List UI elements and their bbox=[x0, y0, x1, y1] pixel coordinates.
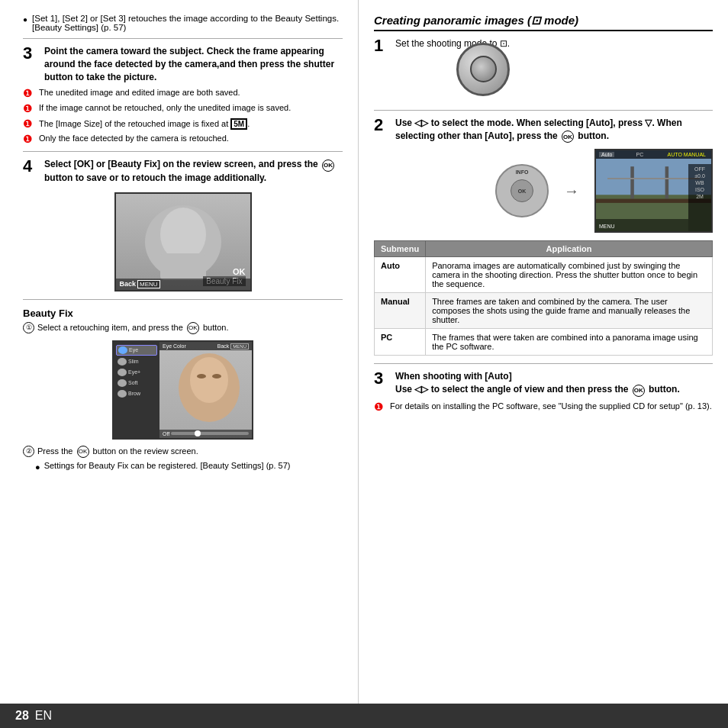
table-row-manual: Manual Three frames are taken and combin… bbox=[375, 293, 713, 329]
pano-divider-2 bbox=[374, 363, 713, 364]
beauty-off-label: Off bbox=[163, 431, 169, 436]
beauty-step2-text: Press the OK button on the review screen… bbox=[37, 446, 198, 458]
section-title: Creating panoramic images (⊡ mode) bbox=[374, 14, 713, 31]
en-label: EN bbox=[35, 709, 52, 723]
warning-icon-1: ❶ bbox=[23, 87, 35, 99]
beauty-fix-screen: Eye Slim Eye+ Soft Brow bbox=[112, 340, 253, 440]
beauty-top-bar: Eye Color Back MENU bbox=[159, 342, 252, 350]
divider-3 bbox=[23, 299, 343, 300]
pano-right-bar: OFF ±0.0 WB ISO 2M bbox=[688, 164, 711, 231]
divider-2 bbox=[23, 151, 343, 152]
mode-dial bbox=[456, 43, 510, 96]
pano-top-bar: Auto PC AUTO MANUAL bbox=[596, 150, 711, 159]
pano-step-1-row: 1 Set the shooting mode to ⊡. bbox=[374, 37, 713, 104]
brow-icon bbox=[118, 390, 127, 398]
warning-4-text: Only the face detected by the camera is … bbox=[39, 134, 229, 143]
pano-divider-1 bbox=[374, 110, 713, 111]
review-face-image: OK Beauty Fix bbox=[116, 194, 250, 290]
step-4-number: 4 bbox=[23, 158, 38, 175]
warning-4: ❶ Only the face detected by the camera i… bbox=[23, 134, 343, 145]
pano-screen-area: OK INFO → Aut bbox=[374, 149, 713, 233]
table-header-application: Application bbox=[426, 241, 713, 257]
bullet-dot: ● bbox=[23, 15, 27, 24]
page-number: 28 bbox=[15, 709, 29, 723]
svg-rect-9 bbox=[630, 166, 634, 198]
beauty-top-left-text: Eye Color bbox=[163, 343, 186, 349]
beauty-sub-bullet-text: Settings for Beauty Fix can be registere… bbox=[44, 461, 291, 470]
ok-text: OK bbox=[518, 188, 527, 194]
pano-warning: ❶ For details on installing the PC softw… bbox=[374, 401, 713, 413]
step-3-number: 3 bbox=[23, 45, 38, 62]
beauty-icon-eye-color: Eye bbox=[116, 345, 157, 356]
svg-rect-10 bbox=[665, 166, 669, 198]
pano-step-1-num: 1 bbox=[374, 37, 389, 54]
eye2-icon bbox=[118, 369, 127, 376]
svg-point-6 bbox=[212, 374, 221, 378]
table-row-pc: PC The frames that were taken are combin… bbox=[375, 329, 713, 356]
pano-camera-screen: Auto PC AUTO MANUAL OFF ±0.0 WB ISO 2M M… bbox=[594, 149, 713, 233]
warning-icon-4: ❶ bbox=[23, 133, 35, 145]
pano-step-3-num: 3 bbox=[374, 370, 389, 387]
warning-1-text: The unedited image and edited image are … bbox=[39, 88, 240, 97]
pano-table: Submenu Application Auto Panorama images… bbox=[374, 240, 713, 356]
divider-1 bbox=[23, 38, 343, 39]
pano-warning-text: For details on installing the PC softwar… bbox=[390, 401, 712, 411]
camera-review-screen: OK Beauty Fix Back MENU bbox=[114, 192, 252, 292]
pano-right-off: OFF bbox=[694, 166, 705, 172]
pano-right-size: 2M bbox=[696, 194, 704, 199]
step-3-text: Point the camera toward the subject. Che… bbox=[44, 45, 343, 83]
beauty-circle-2: ② bbox=[23, 446, 34, 457]
arrow-right: → bbox=[564, 182, 579, 200]
table-cell-auto-submenu: Auto bbox=[375, 257, 426, 293]
table-cell-manual-app: Three frames are taken and combined by t… bbox=[426, 293, 713, 329]
pano-warning-icon: ❶ bbox=[374, 401, 386, 413]
beauty-step2-row: ② Press the OK button on the review scre… bbox=[23, 446, 343, 458]
beauty-icon-eye2: Eye+ bbox=[116, 368, 157, 377]
pano-step-3-text-content: Use ◁▷ to select the angle of view and t… bbox=[395, 384, 680, 395]
intro-bullet: ● [Set 1], [Set 2] or [Set 3] retouches … bbox=[23, 14, 343, 32]
pano-step-3-row: 3 When shooting with [Auto] Use ◁▷ to se… bbox=[374, 370, 713, 396]
pano-tab-pc: PC bbox=[634, 152, 646, 157]
pano-step-1-text: Set the shooting mode to ⊡. bbox=[395, 37, 510, 104]
beauty-slider-thumb bbox=[195, 430, 201, 436]
warning-1: ❶ The unedited image and edited image ar… bbox=[23, 88, 343, 99]
pano-step-2-text: Use ◁▷ to select the mode. When selectin… bbox=[395, 117, 713, 143]
warning-icon-2: ❶ bbox=[23, 102, 35, 114]
pano-tab-auto: Auto bbox=[599, 152, 614, 157]
step-3-row: 3 Point the camera toward the subject. C… bbox=[23, 45, 343, 83]
beauty-menu-badge: MENU bbox=[230, 343, 249, 350]
pano-step-2-text-content: Use ◁▷ to select the mode. When selectin… bbox=[395, 118, 682, 141]
pano-bottom-bar: MENU bbox=[596, 219, 688, 231]
beauty-slider bbox=[171, 432, 249, 435]
table-cell-pc-app: The frames that were taken are combined … bbox=[426, 329, 713, 356]
eye-color-label: Eye bbox=[129, 347, 138, 353]
table-cell-auto-app: Panorama images are automatically combin… bbox=[426, 257, 713, 293]
beauty-icon-slim: Slim bbox=[116, 357, 157, 366]
page-footer: 28 EN bbox=[0, 704, 728, 728]
dpad: OK INFO bbox=[495, 164, 549, 217]
dpad-container: OK INFO bbox=[495, 164, 549, 217]
svg-rect-2 bbox=[160, 253, 206, 280]
warning-icon-3: ❶ bbox=[23, 118, 35, 130]
pano-step-3-text: When shooting with [Auto] Use ◁▷ to sele… bbox=[395, 370, 680, 396]
beauty-right-panel: Eye Color Back MENU Off bbox=[159, 342, 252, 438]
beauty-face-svg bbox=[159, 342, 252, 438]
camera-review-screen-area: OK Beauty Fix Back MENU bbox=[23, 192, 343, 292]
table-cell-pc-submenu: PC bbox=[375, 329, 426, 356]
warning-2: ❶ If the image cannot be retouched, only… bbox=[23, 103, 343, 114]
warning-2-text: If the image cannot be retouched, only t… bbox=[39, 103, 291, 112]
dpad-info: INFO bbox=[516, 169, 529, 175]
back-label: Back bbox=[120, 280, 137, 288]
left-column: ● [Set 1], [Set 2] or [Set 3] retouches … bbox=[0, 0, 359, 728]
soft-label: Soft bbox=[128, 380, 137, 385]
pano-right-wb: WB bbox=[695, 180, 704, 185]
slim-face-icon bbox=[118, 358, 127, 366]
svg-point-4 bbox=[190, 357, 228, 403]
menu-badge: MENU bbox=[137, 280, 160, 288]
page: ● [Set 1], [Set 2] or [Set 3] retouches … bbox=[0, 0, 728, 728]
beauty-circle-1: ① bbox=[23, 322, 34, 333]
intro-bullet-text: [Set 1], [Set 2] or [Set 3] retouches th… bbox=[32, 14, 343, 32]
pano-right-iso: ISO bbox=[695, 187, 704, 192]
pano-step-2-num: 2 bbox=[374, 117, 389, 134]
beauty-top-right-text: Back MENU bbox=[217, 343, 249, 349]
